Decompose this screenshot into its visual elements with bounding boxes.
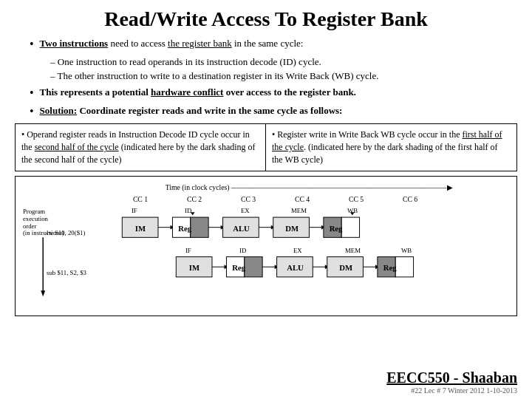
- bullet-dot-3: •: [30, 104, 34, 120]
- bullet3-end: Coordinate register reads and write in t…: [79, 105, 342, 116]
- sub-bullet-1: – One instruction to read operands in it…: [50, 55, 517, 69]
- row1-if-label: IF: [132, 207, 137, 214]
- bullet-dot-1: •: [30, 37, 34, 52]
- time-label: Time (in clock cycles) —————————————————…: [166, 183, 453, 192]
- col-left: • Operand register reads in Instruction …: [16, 124, 266, 170]
- hardware-conflict-text: hardware conflict: [151, 86, 223, 98]
- row1-id-label: ID: [185, 207, 191, 214]
- prog-exec-label3: order: [23, 222, 37, 230]
- slide: Read/Write Access To Register Bank • Two…: [0, 0, 532, 399]
- bullet-text-3: Solution: Coordinate register reads and …: [40, 104, 343, 117]
- sub-bullet-2: – The other instruction to write to a de…: [50, 69, 517, 83]
- bullet-item-1: • Two instructions need to access the re…: [30, 37, 517, 52]
- row2-reg2-text: Reg: [383, 263, 397, 272]
- bullet1-rest: need to access: [110, 38, 168, 49]
- row2-alu-text: ALU: [287, 263, 304, 272]
- row2-reg-text: Reg: [232, 263, 245, 272]
- instr2-label: sub $11, S2, $3: [47, 269, 87, 276]
- row2-mem-label: MEM: [345, 247, 361, 254]
- row1-im-text: IM: [135, 223, 146, 232]
- cc3-label: CC 3: [241, 195, 256, 203]
- cc4-label: CC 4: [295, 195, 310, 203]
- row2-if-label: IF: [185, 247, 191, 254]
- row1-reg-right: [191, 217, 208, 237]
- row2-ex-label: EX: [293, 247, 302, 254]
- row1-mem-label: MEM: [291, 207, 307, 214]
- footer-sub-text: #22 Lec # 7 Winter 2012 1-10-2013: [386, 386, 517, 395]
- col-right-underline: first half of the cycle: [272, 129, 502, 152]
- footer-main-text: EECC550 - Shaaban: [386, 369, 517, 386]
- cc5-label: CC 5: [349, 195, 364, 203]
- row1-ex-label: EX: [241, 207, 250, 214]
- row1-alu-text: ALU: [233, 223, 250, 232]
- bullet2-end: over access to the register bank.: [226, 86, 356, 98]
- cc2-label: CC 2: [187, 195, 202, 203]
- row2-wb-label: WB: [401, 247, 412, 254]
- row2-id-label: ID: [239, 247, 246, 254]
- row1-reg2-text: Reg: [330, 223, 343, 232]
- slide-title: Read/Write Access To Register Bank: [15, 7, 517, 31]
- row2-reg2-right: [395, 256, 413, 276]
- register-bank-text: the register bank: [168, 38, 232, 49]
- bullet-item-3: • Solution: Coordinate register reads an…: [30, 104, 517, 120]
- prog-exec-label2: execution: [23, 215, 49, 222]
- row2-reg-right: [245, 256, 262, 276]
- bullet-section: • Two instructions need to access the re…: [30, 37, 517, 119]
- two-instructions-text: Two instructions: [40, 38, 109, 49]
- bullet1-end: in the same cycle:: [234, 38, 304, 49]
- row2-dm-text: DM: [339, 263, 352, 272]
- pipeline-diagram: Time (in clock cycles) —————————————————…: [21, 180, 511, 313]
- bullet2-start: This represents a potential: [40, 86, 151, 98]
- col-left-underline: second half of the cycle: [35, 142, 119, 152]
- solution-text: Solution:: [40, 105, 78, 116]
- footer: EECC550 - Shaaban #22 Lec # 7 Winter 201…: [386, 369, 517, 395]
- prog-exec-label: Program: [23, 208, 45, 215]
- diagram-area: Time (in clock cycles) —————————————————…: [15, 176, 517, 316]
- bullet-text-1: Two instructions need to access the regi…: [40, 37, 304, 50]
- bullet-item-2: • This represents a potential hardware c…: [30, 86, 517, 101]
- row1-dm-text: DM: [285, 223, 299, 232]
- bullet-dot-2: •: [30, 86, 34, 101]
- bullet-text-2: This represents a potential hardware con…: [40, 86, 356, 99]
- col-right: • Register write in Write Back WB cycle …: [266, 124, 516, 170]
- row2-im-text: IM: [189, 263, 200, 272]
- row1-reg-text: Reg: [178, 223, 191, 232]
- instr1-label: lw S10, 20($1): [47, 229, 85, 236]
- cc1-label: CC 1: [133, 195, 148, 203]
- row1-reg2-right: [341, 217, 359, 237]
- cc6-label: CC 6: [403, 195, 417, 203]
- order-arrow-head: [41, 290, 45, 296]
- two-column-section: • Operand register reads in Instruction …: [15, 123, 517, 171]
